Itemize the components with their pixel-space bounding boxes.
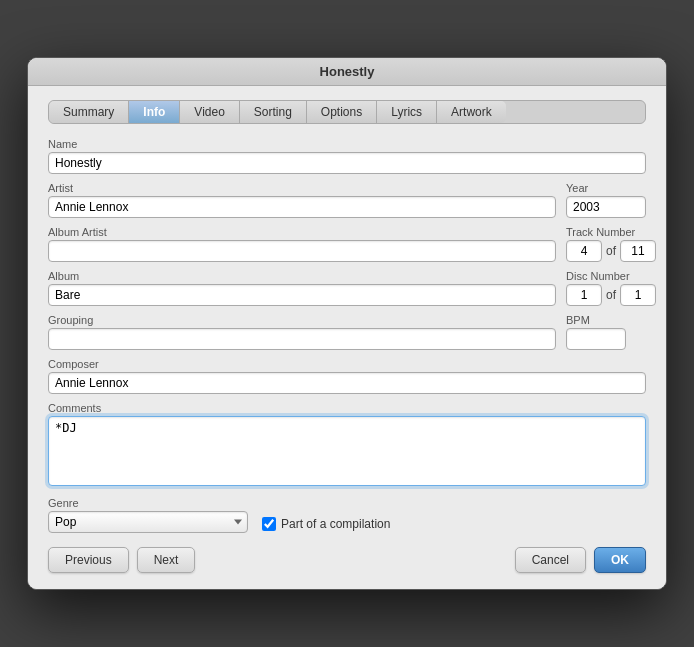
album-artist-input[interactable] xyxy=(48,240,556,262)
composer-input[interactable] xyxy=(48,372,646,394)
artist-label: Artist xyxy=(48,182,556,194)
comments-input[interactable]: *DJ xyxy=(48,416,646,486)
grouping-section: Grouping xyxy=(48,314,556,350)
previous-button[interactable]: Previous xyxy=(48,547,129,573)
disc-number-section: Disc Number of xyxy=(566,270,646,306)
disc-number-row: of xyxy=(566,284,646,306)
tab-sorting[interactable]: Sorting xyxy=(240,101,307,123)
tab-bar: Summary Info Video Sorting Options Lyric… xyxy=(48,100,646,124)
tab-summary[interactable]: Summary xyxy=(49,101,129,123)
album-artist-label: Album Artist xyxy=(48,226,556,238)
track-number-label: Track Number xyxy=(566,226,646,238)
ok-button[interactable]: OK xyxy=(594,547,646,573)
composer-label: Composer xyxy=(48,358,646,370)
tab-info[interactable]: Info xyxy=(129,101,180,123)
year-label: Year xyxy=(566,182,646,194)
compilation-checkbox[interactable] xyxy=(262,517,276,531)
right-buttons: Cancel OK xyxy=(515,547,646,573)
compilation-label-text: Part of a compilation xyxy=(281,517,390,531)
grouping-bpm-row: Grouping BPM xyxy=(48,314,646,350)
genre-label: Genre xyxy=(48,497,248,509)
disc-number-label: Disc Number xyxy=(566,270,646,282)
left-buttons: Previous Next xyxy=(48,547,195,573)
track-number-row: of xyxy=(566,240,646,262)
dialog-window: Honestly Summary Info Video Sorting Opti… xyxy=(27,57,667,590)
window-content: Summary Info Video Sorting Options Lyric… xyxy=(28,86,666,589)
comments-label: Comments xyxy=(48,402,646,414)
disc-input[interactable] xyxy=(566,284,602,306)
artist-section: Artist xyxy=(48,182,556,218)
album-label: Album xyxy=(48,270,556,282)
year-input[interactable] xyxy=(566,196,646,218)
tab-options[interactable]: Options xyxy=(307,101,377,123)
bpm-section: BPM xyxy=(566,314,646,350)
compilation-section: Part of a compilation xyxy=(262,517,390,531)
button-row: Previous Next Cancel OK xyxy=(48,547,646,573)
titlebar: Honestly xyxy=(28,58,666,86)
album-section: Album xyxy=(48,270,556,306)
tab-video[interactable]: Video xyxy=(180,101,239,123)
year-section: Year xyxy=(566,182,646,218)
artist-input[interactable] xyxy=(48,196,556,218)
bpm-input[interactable] xyxy=(566,328,626,350)
grouping-input[interactable] xyxy=(48,328,556,350)
tab-lyrics[interactable]: Lyrics xyxy=(377,101,437,123)
track-number-section: Track Number of xyxy=(566,226,646,262)
track-total-input[interactable] xyxy=(620,240,656,262)
genre-section: Genre Pop Rock Jazz Classical Hip-Hop R&… xyxy=(48,497,248,533)
cancel-button[interactable]: Cancel xyxy=(515,547,586,573)
albumartist-track-row: Album Artist Track Number of xyxy=(48,226,646,262)
bpm-label: BPM xyxy=(566,314,646,326)
genre-compilation-row: Genre Pop Rock Jazz Classical Hip-Hop R&… xyxy=(48,497,646,533)
name-input[interactable] xyxy=(48,152,646,174)
tab-artwork[interactable]: Artwork xyxy=(437,101,506,123)
disc-total-input[interactable] xyxy=(620,284,656,306)
grouping-label: Grouping xyxy=(48,314,556,326)
comments-section: Comments *DJ xyxy=(48,402,646,489)
track-input[interactable] xyxy=(566,240,602,262)
genre-select[interactable]: Pop Rock Jazz Classical Hip-Hop R&B Coun… xyxy=(48,511,248,533)
album-artist-section: Album Artist xyxy=(48,226,556,262)
name-section: Name xyxy=(48,138,646,174)
name-label: Name xyxy=(48,138,646,150)
window-title: Honestly xyxy=(320,64,375,79)
disc-of-label: of xyxy=(606,288,616,302)
album-disc-row: Album Disc Number of xyxy=(48,270,646,306)
artist-year-row: Artist Year xyxy=(48,182,646,218)
next-button[interactable]: Next xyxy=(137,547,196,573)
track-of-label: of xyxy=(606,244,616,258)
composer-section: Composer xyxy=(48,358,646,394)
genre-select-wrapper: Pop Rock Jazz Classical Hip-Hop R&B Coun… xyxy=(48,511,248,533)
compilation-label: Part of a compilation xyxy=(262,517,390,531)
album-input[interactable] xyxy=(48,284,556,306)
